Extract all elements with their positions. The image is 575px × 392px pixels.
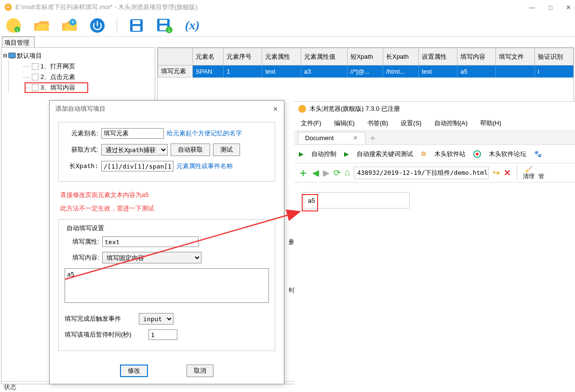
menu-bookmark[interactable]: 书签(B)	[367, 119, 388, 128]
dialog-close-button[interactable]: ✕	[273, 105, 278, 113]
go-icon[interactable]: ↪	[493, 168, 500, 178]
grid-header[interactable]: 元素名	[193, 48, 224, 65]
add-tab-button[interactable]: ＋	[368, 132, 377, 144]
alias-label: 元素别名:	[64, 129, 98, 138]
grid-cell[interactable]: text	[419, 65, 457, 78]
grid-cell[interactable]: a5	[457, 65, 496, 78]
document-icon	[32, 74, 39, 80]
new-file-icon[interactable]: ↓	[5, 17, 22, 34]
refresh-icon[interactable]: ⟳	[334, 168, 341, 178]
save-icon[interactable]	[128, 17, 145, 34]
test-button[interactable]: 测试	[213, 144, 240, 156]
mode-select[interactable]: 通过长Xpath捕获	[101, 144, 168, 156]
manage-label[interactable]: 管	[538, 172, 544, 181]
menu-edit[interactable]: 编辑(E)	[334, 119, 355, 128]
grid-cell[interactable]: /html...	[383, 65, 418, 78]
tree-item[interactable]: 2、点击元素	[23, 72, 153, 82]
play-icon[interactable]: ▶	[299, 150, 304, 157]
grid-header[interactable]: 填写文件	[496, 48, 535, 65]
grid-header[interactable]: 短Xpath	[347, 48, 383, 65]
grid-header[interactable]: 填写内容	[457, 48, 496, 65]
browser-menubar: 文件(F) 编辑(E) 书签(B) 设置(S) 自动控制(A) 帮助(H)	[294, 116, 575, 131]
menu-file[interactable]: 文件(F)	[301, 119, 321, 128]
open-folder-icon[interactable]	[33, 17, 50, 34]
grid-header[interactable]: 长Xpath	[383, 48, 418, 65]
url-input[interactable]: 438932/2019-12-19/下拉组件/demo.html	[354, 167, 489, 179]
tree-item[interactable]: 1、打开网页	[23, 61, 153, 72]
menu-settings[interactable]: 设置(S)	[401, 119, 421, 128]
svg-text:↓: ↓	[16, 26, 19, 33]
tool-forum[interactable]: 木头软件论坛	[489, 150, 526, 158]
grid-row[interactable]: 填写元素 SPAN 1 text a3 //*[@... /html... te…	[158, 65, 574, 78]
add-fill-dialog: 添加自动填写项目 ✕ 元素别名: 给元素起个方便记忆的名字 获取方式: 通过长X…	[49, 100, 284, 384]
grid-header[interactable]: 验证识别	[535, 48, 573, 65]
annotation-note: 直接修改页面元素文本内容为a5 此方法不一定生效，需进一下测试	[60, 188, 275, 215]
fill-attr-label: 填写属性:	[65, 237, 99, 246]
xpath-hint: 元素属性或事件名称	[176, 162, 233, 170]
dialog-titlebar: 添加自动填写项目 ✕	[50, 101, 284, 117]
trigger-select[interactable]: input	[139, 313, 174, 325]
grid-header[interactable]: 元素属性	[262, 48, 301, 65]
menu-help[interactable]: 帮助(H)	[480, 119, 501, 128]
play-icon[interactable]: ▶	[344, 150, 349, 157]
grid-cell[interactable]: //*[@...	[347, 65, 383, 78]
add-icon[interactable]: ＋	[298, 166, 308, 180]
back-icon[interactable]: ◀	[312, 168, 319, 178]
grid-cell[interactable]: 1	[224, 65, 262, 78]
add-folder-icon[interactable]: +	[61, 17, 78, 34]
grid-cell[interactable]: 填写元素	[158, 65, 193, 78]
fill-content-select[interactable]: 填写固定内容	[102, 252, 201, 263]
svg-point-17	[298, 105, 306, 113]
pause-input[interactable]	[148, 329, 177, 340]
variable-icon[interactable]: (x)	[184, 17, 201, 34]
cancel-button[interactable]: 取消	[187, 365, 214, 377]
clear-label[interactable]: 清理	[523, 173, 535, 180]
save-as-icon[interactable]: ↓	[156, 17, 173, 34]
home-icon[interactable]: ⌂	[345, 168, 350, 178]
paw-icon[interactable]: 🐾	[534, 150, 542, 157]
menu-auto[interactable]: 自动控制(A)	[434, 119, 468, 128]
ok-button[interactable]: 修改	[120, 365, 148, 377]
stop-icon[interactable]: ✕	[504, 168, 511, 178]
main-toolbar: ↓ + ↓ (x)	[0, 14, 575, 37]
window-titlebar: E:\mot\非标准下拉列表框填写.mot* - 木头浏览器项目管理(旗舰版) …	[0, 0, 575, 14]
broom-icon[interactable]: 🧹	[523, 166, 535, 173]
grid-cell[interactable]	[496, 65, 535, 78]
element-grid: 元素名 元素序号 元素属性 元素属性值 短Xpath 长Xpath 设置属性 填…	[158, 48, 574, 78]
grid-header[interactable]: 设置属性	[419, 48, 457, 65]
grid-cell[interactable]: i	[535, 65, 573, 78]
grid-cell[interactable]: SPAN	[193, 65, 224, 78]
mode-label: 获取方式:	[64, 145, 98, 154]
tab-close-icon[interactable]: ✕	[353, 134, 358, 142]
grid-header[interactable]: 元素序号	[224, 48, 262, 65]
tool-site[interactable]: 木头软件站	[434, 150, 466, 158]
tool-auto-control[interactable]: 自动控制	[311, 150, 336, 158]
tool-auto-search[interactable]: 自动搜索关键词测试	[357, 150, 413, 158]
browser-tab[interactable]: Document ✕	[298, 132, 365, 144]
minimize-button[interactable]: —	[529, 4, 535, 11]
grid-header[interactable]: 元素属性值	[301, 48, 347, 65]
maximize-button[interactable]: □	[548, 4, 552, 11]
dialog-title: 添加自动填写项目	[55, 105, 106, 113]
tree-root[interactable]: ⊟ 默认项目	[3, 51, 153, 61]
power-icon[interactable]	[89, 17, 106, 34]
close-button[interactable]: ✕	[566, 4, 571, 11]
forward-icon[interactable]: ▶	[323, 168, 330, 178]
grid-cell[interactable]: a3	[301, 65, 347, 78]
fill-content-textarea[interactable]	[65, 268, 269, 303]
xpath-input[interactable]	[101, 161, 174, 171]
alias-hint: 给元素起个方便记忆的名字	[167, 129, 242, 138]
grid-cell[interactable]: text	[262, 65, 301, 78]
fill-attr-input[interactable]	[102, 236, 199, 247]
grid-header[interactable]	[158, 48, 193, 65]
combo-box[interactable]: a5	[304, 192, 410, 209]
gear-icon[interactable]: ⚙	[421, 150, 427, 157]
globe-icon[interactable]	[473, 150, 481, 158]
browser-title: 木头浏览器(旗舰版) 7.3.0 已注册	[309, 105, 400, 113]
svg-rect-8	[133, 20, 140, 24]
alias-input[interactable]	[101, 128, 164, 139]
auto-get-button[interactable]: 自动获取	[171, 144, 210, 156]
computer-icon	[8, 52, 16, 59]
svg-text:↓: ↓	[168, 26, 171, 33]
svg-rect-11	[160, 20, 167, 24]
